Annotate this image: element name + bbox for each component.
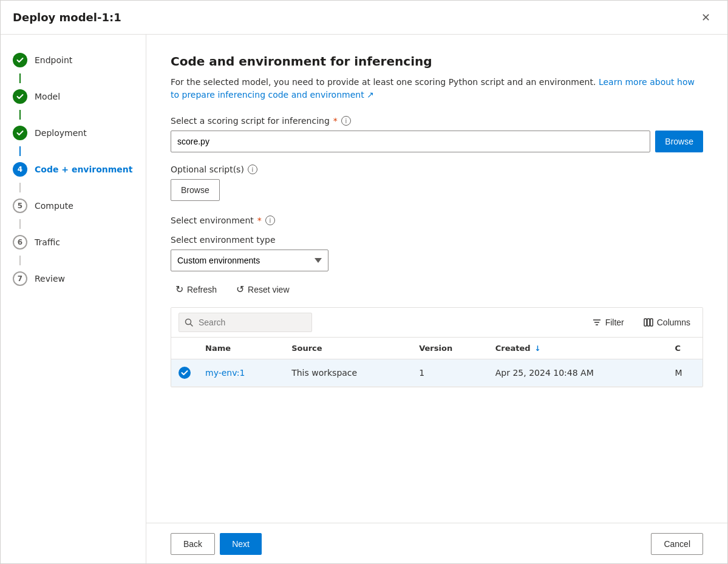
sidebar-item-compute[interactable]: 5 Compute xyxy=(1,192,146,219)
env-type-dropdown[interactable]: Custom environments Curated environments xyxy=(171,250,328,271)
search-icon xyxy=(185,318,193,327)
svg-rect-6 xyxy=(647,319,650,326)
footer: Back Next Cancel xyxy=(146,523,727,564)
main-layout: Endpoint Model Deployment 4 Code + envir… xyxy=(1,35,727,564)
connector-5 xyxy=(19,219,21,229)
section-title: Code and environment for inferencing xyxy=(171,54,703,69)
row-checkbox-cell[interactable] xyxy=(171,359,198,387)
filter-button[interactable]: Filter xyxy=(587,315,629,330)
sidebar-item-endpoint[interactable]: Endpoint xyxy=(1,47,146,73)
step-label-deployment: Deployment xyxy=(35,128,87,138)
table-toolbar: Filter Columns xyxy=(171,308,702,338)
step-circle-code-environment: 4 xyxy=(13,162,27,177)
optional-scripts-section: Optional script(s) i Browse xyxy=(171,165,703,201)
sort-indicator-created: ↓ xyxy=(534,344,540,353)
env-type-section: Select environment type Custom environme… xyxy=(171,235,703,281)
env-name-link[interactable]: my-env:1 xyxy=(205,368,245,378)
col-header-select xyxy=(171,338,198,359)
step-circle-traffic: 6 xyxy=(13,235,27,250)
row-created-cell: Apr 25, 2024 10:48 AM xyxy=(488,359,668,387)
svg-rect-7 xyxy=(650,319,653,326)
back-button[interactable]: Back xyxy=(171,533,215,555)
content-scroll: Code and environment for inferencing For… xyxy=(146,35,727,523)
footer-left: Back Next xyxy=(171,533,262,555)
connector-1 xyxy=(19,73,21,83)
search-container xyxy=(179,313,312,332)
col-header-source[interactable]: Source xyxy=(284,338,412,359)
scoring-script-section: Select a scoring script for inferencing … xyxy=(171,116,703,152)
step-label-code-environment: Code + environment xyxy=(35,165,133,174)
col-header-other[interactable]: C xyxy=(668,338,702,359)
select-environment-label: Select environment * i xyxy=(171,216,703,225)
sidebar-item-code-environment[interactable]: 4 Code + environment xyxy=(1,156,146,183)
connector-2 xyxy=(19,110,21,120)
step-label-traffic: Traffic xyxy=(35,237,60,247)
col-header-version[interactable]: Version xyxy=(412,338,488,359)
sidebar: Endpoint Model Deployment 4 Code + envir… xyxy=(1,35,146,564)
refresh-icon: ↻ xyxy=(175,284,183,295)
sidebar-item-model[interactable]: Model xyxy=(1,83,146,110)
svg-line-1 xyxy=(191,324,193,327)
actions-row: ↻ Refresh ↺ Reset view xyxy=(171,281,703,297)
dialog-title: Deploy model-1:1 xyxy=(13,11,121,24)
browse-scoring-button[interactable]: Browse xyxy=(655,131,703,152)
reset-view-icon: ↺ xyxy=(236,284,244,295)
table-header-row: Name Source Version Created ↓ C xyxy=(171,338,702,359)
description-text: For the selected model, you need to prov… xyxy=(171,76,703,101)
sidebar-item-deployment[interactable]: Deployment xyxy=(1,120,146,146)
connector-6 xyxy=(19,256,21,265)
browse-optional-button[interactable]: Browse xyxy=(171,179,220,201)
close-button[interactable]: ✕ xyxy=(696,8,715,27)
scoring-script-input-row: Browse xyxy=(171,131,703,152)
step-label-endpoint: Endpoint xyxy=(35,55,72,65)
col-header-name[interactable]: Name xyxy=(198,338,284,359)
row-name-cell: my-env:1 xyxy=(198,359,284,387)
columns-icon xyxy=(644,318,653,327)
reset-view-button[interactable]: ↺ Reset view xyxy=(231,281,294,297)
footer-right: Cancel xyxy=(651,533,703,555)
connector-3 xyxy=(19,146,21,156)
step-label-compute: Compute xyxy=(35,201,73,211)
env-type-label: Select environment type xyxy=(171,235,703,245)
optional-scripts-info-icon[interactable]: i xyxy=(248,165,257,174)
refresh-button[interactable]: ↻ Refresh xyxy=(171,281,222,297)
title-bar: Deploy model-1:1 ✕ xyxy=(1,1,727,35)
content-area: Code and environment for inferencing For… xyxy=(146,35,727,564)
col-header-created[interactable]: Created ↓ xyxy=(488,338,668,359)
search-input[interactable] xyxy=(179,313,312,332)
step-circle-model xyxy=(13,89,27,104)
sidebar-item-review[interactable]: 7 Review xyxy=(1,265,146,292)
row-other-cell: M xyxy=(668,359,702,387)
columns-button[interactable]: Columns xyxy=(639,315,695,330)
table-row[interactable]: my-env:1 This workspace 1 Apr 25, 2024 1… xyxy=(171,359,702,387)
step-circle-endpoint xyxy=(13,53,27,67)
step-circle-deployment xyxy=(13,126,27,140)
svg-rect-5 xyxy=(644,319,647,326)
step-circle-review: 7 xyxy=(13,271,27,286)
select-environment-info-icon[interactable]: i xyxy=(265,216,275,225)
row-selected-icon xyxy=(179,367,191,379)
step-label-review: Review xyxy=(35,274,65,284)
connector-4 xyxy=(19,183,21,192)
scoring-script-info-icon[interactable]: i xyxy=(341,116,351,126)
scoring-script-input[interactable] xyxy=(171,131,650,152)
cancel-button[interactable]: Cancel xyxy=(651,533,703,555)
sidebar-item-traffic[interactable]: 6 Traffic xyxy=(1,229,146,256)
row-source-cell: This workspace xyxy=(284,359,412,387)
table-actions: Filter Columns xyxy=(587,315,695,330)
scoring-script-label: Select a scoring script for inferencing … xyxy=(171,116,703,126)
filter-icon xyxy=(592,318,602,327)
step-label-model: Model xyxy=(35,92,60,101)
environments-table-container: Filter Columns xyxy=(171,307,703,387)
optional-scripts-label: Optional script(s) i xyxy=(171,165,703,174)
select-environment-section: Select environment * i xyxy=(171,216,703,225)
row-version-cell: 1 xyxy=(412,359,488,387)
step-circle-compute: 5 xyxy=(13,199,27,213)
environments-table: Name Source Version Created ↓ C xyxy=(171,338,702,387)
next-button[interactable]: Next xyxy=(220,533,262,555)
